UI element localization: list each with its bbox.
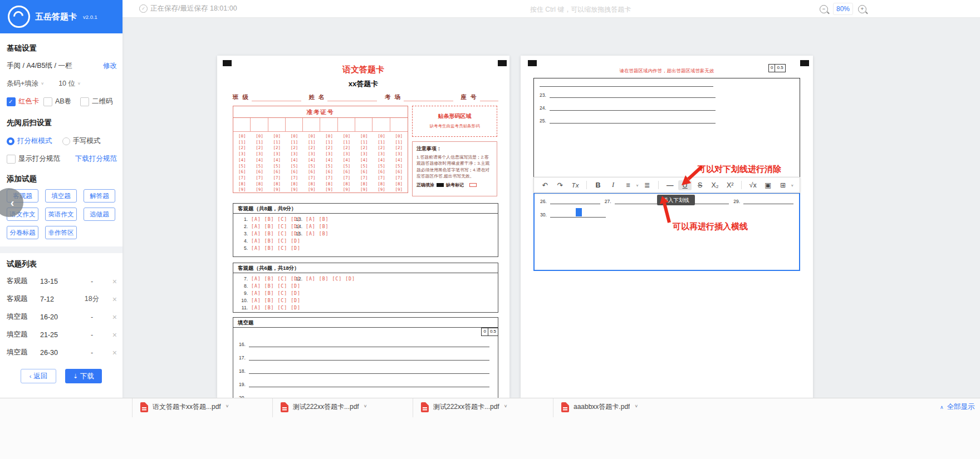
close-icon[interactable]: × (108, 295, 117, 304)
zoom-level-badge[interactable]: 80% (833, 3, 853, 15)
id-write-cell (233, 118, 251, 131)
toolbar-icon[interactable]: I (606, 180, 620, 190)
radio-option[interactable]: 手写模式 (62, 136, 101, 146)
add-question-button[interactable]: 选做题 (84, 208, 115, 221)
checkbox-option[interactable]: 红色卡 (7, 97, 43, 106)
digit-bubble: [1] (273, 140, 281, 146)
question-list-row[interactable]: 填空题 26-30 - × (7, 348, 117, 357)
question-range: 13-15 (40, 278, 76, 285)
digit-bubble: [6] (395, 169, 403, 175)
modify-link[interactable]: 修改 (103, 61, 117, 71)
download-spec-link[interactable]: 下载打分规范 (75, 154, 117, 164)
digit-bubble: [2] (238, 145, 246, 151)
download-file-item[interactable]: 语文答题卡xx答题...pdf ∨ (132, 398, 272, 417)
toolbar-icon[interactable]: ≡ (621, 180, 635, 190)
toolbar-icon[interactable]: Tx (569, 181, 582, 190)
toolbar-icon[interactable]: X₂ (708, 180, 722, 190)
checkbox[interactable] (7, 97, 16, 106)
question-number: 11. (239, 305, 248, 310)
question-number: 14. (293, 224, 302, 229)
toolbar-icon[interactable]: ▣ (761, 180, 775, 190)
blank-line: 23. (540, 92, 716, 98)
toolbar-icon[interactable]: ↶ (538, 180, 552, 190)
toolbar-icon[interactable]: ⊞ (776, 180, 790, 190)
add-question-button[interactable]: 非作答区 (45, 226, 77, 239)
blank-line: 19. (239, 381, 489, 387)
zoom-out-icon[interactable]: − (820, 5, 828, 13)
checkbox[interactable] (80, 97, 89, 106)
checkbox-label: 二维码 (92, 97, 113, 106)
chevron-down-icon[interactable]: ∨ (364, 404, 367, 408)
zoom-controls: − 80% + (820, 3, 866, 15)
add-question-button[interactable]: 解答题 (84, 189, 115, 203)
download-file-item[interactable]: 测试222xx答题卡...pdf ∨ (272, 398, 413, 417)
toolbar-divider (586, 181, 587, 189)
question-list-row[interactable]: 客观题 7-12 18分 × (7, 294, 117, 304)
close-icon[interactable]: × (108, 348, 117, 357)
digit-bubble: [6] (273, 169, 281, 175)
chevron-down-icon[interactable]: ∨ (634, 404, 638, 408)
file-name: 语文答题卡xx答题...pdf (153, 402, 221, 412)
back-button[interactable]: ‹返回 (21, 369, 56, 383)
toolbar-icon[interactable]: ↷ (553, 180, 567, 190)
barcode-title: 贴条形码区域 (413, 112, 497, 120)
digit-bubble: [0] (238, 134, 246, 140)
digits-select[interactable]: 10 位 ∨ (58, 79, 81, 88)
checkbox[interactable] (43, 97, 52, 106)
checkbox-option[interactable]: AB卷 (43, 97, 80, 106)
chevron-down-icon[interactable]: ∨ (226, 404, 229, 408)
question-list-row[interactable]: 填空题 16-20 - × (7, 312, 117, 322)
toolbar-icon[interactable]: ≣ (640, 180, 654, 190)
checkbox-option[interactable]: 显示打分规范 (7, 154, 60, 164)
question-options: [A] [B] [C] [D] (251, 238, 301, 244)
notice-box: 注意事项： 1.答题前请将个人信息填写清楚；2.客观题答题修改时用橡皮擦干净；3… (412, 141, 497, 196)
digit-bubble: [8] (325, 181, 333, 187)
radio[interactable] (62, 137, 70, 145)
digit-bubble: [2] (395, 145, 403, 151)
checkbox[interactable] (7, 155, 16, 164)
chevron-down-icon[interactable]: ∨ (504, 404, 508, 408)
zoom-in-icon[interactable]: + (858, 5, 866, 13)
digit-bubble: [4] (291, 157, 298, 164)
download-button[interactable]: ⇣下载 (65, 369, 102, 383)
digit-bubble: [1] (360, 140, 368, 146)
close-icon[interactable]: × (108, 277, 117, 286)
toolbar-icon[interactable]: √x (746, 180, 759, 190)
digit-bubble: [6] (238, 169, 246, 175)
show-all-downloads-link[interactable]: ∧ 全部显示 (940, 402, 975, 412)
digit-bubble: [2] (256, 145, 263, 151)
radio[interactable] (7, 137, 14, 145)
sheet-page-2: 请在答题区域内作答，超出答题区域答案无效 23. 24. (521, 56, 813, 398)
question-options: [A] [B] (306, 224, 329, 229)
download-file-item[interactable]: aaabbxx答题卡.pdf ∨ (553, 398, 693, 417)
radio-option[interactable]: 打分框模式 (7, 136, 52, 146)
add-question-button[interactable]: 填空题 (45, 189, 77, 203)
toolbar-icon[interactable]: X² (723, 180, 737, 190)
chevron-down-icon: ∨ (41, 82, 44, 86)
toolbar-icon[interactable]: B (591, 180, 605, 190)
question-type: 客观题 (7, 294, 40, 304)
question-list-row[interactable]: 客观题 13-15 - × (7, 277, 117, 286)
close-icon[interactable]: × (108, 313, 117, 322)
chevron-down-icon[interactable]: ∨ (791, 183, 793, 186)
question-list-row[interactable]: 填空题 21-25 - × (7, 330, 117, 339)
sheet-canvas[interactable]: 语文答题卡 xx答题卡 班 级 姓 名 考 场 (122, 17, 980, 398)
question-range: 26-30 (40, 349, 76, 357)
chevron-left-icon: ‹ (30, 373, 32, 379)
close-icon[interactable]: × (108, 330, 117, 339)
question-options: [A] [B] (306, 231, 329, 236)
notice-title: 注意事项： (416, 145, 493, 152)
blank-line: 25. (540, 117, 716, 124)
chevron-down-icon[interactable]: ∨ (636, 183, 639, 186)
add-question-button[interactable]: 分卷标题 (7, 226, 38, 239)
line-number: 26. (540, 199, 550, 204)
id-bubble-column: [0][1][2][3][4][5][6][7][8][9] (251, 132, 268, 193)
add-question-button[interactable]: 英语作文 (45, 208, 77, 221)
checkbox-option[interactable]: 二维码 (80, 97, 117, 106)
digit-bubble: [2] (378, 145, 385, 151)
toolbar-icon[interactable]: — (663, 180, 677, 190)
objective-section-1: 客观题（共8题，共9分） 1. [A] [B] [C] [D] 2. [A] [… (233, 203, 498, 257)
annotation-arrow-icon (658, 195, 673, 224)
barcode-mode-select[interactable]: 条码+填涂 ∨ (7, 79, 44, 88)
download-file-item[interactable]: 测试222xx答题卡...pdf ∨ (413, 398, 553, 417)
